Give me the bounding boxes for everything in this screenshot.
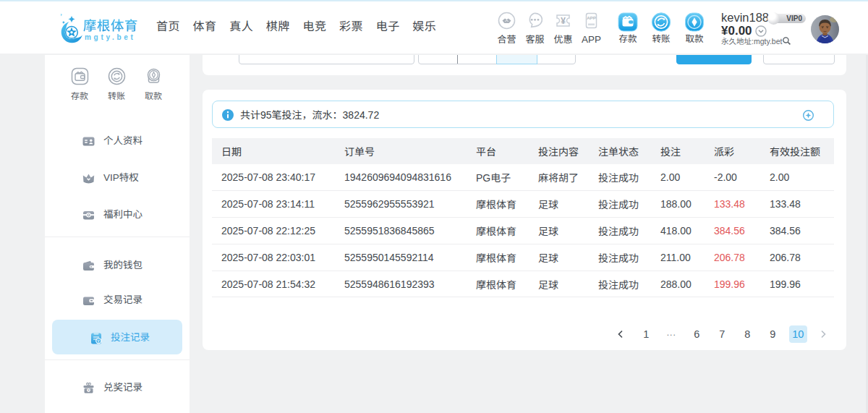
svg-text:APP: APP	[587, 15, 596, 20]
svg-text:¥: ¥	[561, 16, 566, 26]
